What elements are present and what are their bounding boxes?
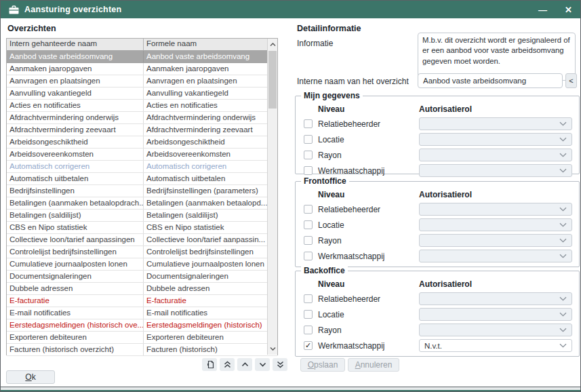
minimize-button[interactable]: — [538,5,547,14]
table-row[interactable]: Aanvragen en plaatsingenAanvragen en pla… [7,75,277,87]
dropdown-werkmaatschappij[interactable] [419,250,572,262]
cell-formele-naam: Collectieve loon/tarief aanpassin... [144,234,277,246]
group-title: Mijn gegevens [301,91,363,100]
table-row[interactable]: Eerstedagsmeldingen (historisch ove...Ee… [7,319,277,332]
dropdown-rayon[interactable] [419,324,572,336]
checkbox-relatiebeheerder[interactable] [304,119,313,128]
dropdown-werkmaatschappij[interactable]: N.v.t. [419,339,572,352]
dialog-window: Aansturing overzichten — ✕ Overzichten I… [0,0,581,392]
table-row[interactable]: E-mail notificatiesE-mail notificaties [7,307,277,319]
autorisatierol-header: Autorisatierol [419,190,572,199]
cell-intern-naam: Cumulatieve journaalposten lonen [7,258,144,270]
table-row[interactable]: Automatisch corrigerenAutomatisch corrig… [7,161,277,173]
checkbox-relatiebeheerder[interactable] [304,205,313,214]
table-row[interactable]: DocumentsignaleringenDocumentsignalering… [7,271,277,283]
checkbox-label: Relatiebeheerder [318,119,380,129]
dropdown-werkmaatschappij[interactable] [419,164,572,177]
table-row[interactable]: ArbeidsongeschiktheidArbeidsongeschikthe… [7,136,277,149]
dropdown-locatie[interactable] [419,308,572,321]
scroll-up-icon[interactable] [268,39,277,50]
cell-intern-naam: Afdrachtvermindering onderwijs [7,112,144,123]
cell-formele-naam: Controlelijst bedrijfsinstellingen [144,246,277,258]
table-row[interactable]: Facturen (historisch overzicht)Facturen … [7,344,277,356]
opslaan-button[interactable]: Opslaan [300,358,345,372]
table-row[interactable]: CBS en Nipo statistiekCBS en Nipo statis… [7,222,277,234]
chevron-double-down-icon [277,361,284,368]
cell-intern-naam: Exporteren debiteuren [7,332,144,343]
table-row[interactable]: Cumulatieve journaalposten lonenCumulati… [7,258,277,271]
checkbox-rayon[interactable] [304,236,313,245]
table-row[interactable]: Aanvulling vakantiegeldAanvulling vakant… [7,87,277,100]
cell-formele-naam: Arbeidsovereenkomsten [144,149,277,160]
checkbox-werkmaatschappij[interactable]: ✓ [304,341,313,350]
dropdown-relatiebeheerder[interactable] [419,203,572,216]
chevron-double-up-icon [224,361,231,368]
checkbox-rayon[interactable] [304,151,313,159]
table-row[interactable]: Afdrachtvermindering onderwijsAfdrachtve… [7,112,277,124]
lookup-button[interactable]: < [565,73,577,88]
table-row[interactable]: BedrijfsinstellingenBedrijfsinstellingen… [7,185,277,197]
dropdown-value: N.v.t. [424,342,559,350]
vertical-scrollbar[interactable] [267,39,277,355]
cell-intern-naam: Automatisch corrigeren [7,161,144,172]
scroll-down-icon[interactable] [268,343,277,354]
dropdown-locatie[interactable] [419,218,572,231]
table-row[interactable]: Aanbod vaste arbeidsomvangAanbod vaste a… [7,51,277,63]
chevron-down-icon [559,168,567,173]
column-header-formeel[interactable]: Formele naam [144,39,277,50]
checkbox-rayon[interactable] [304,326,313,334]
chevron-down-icon [559,312,567,317]
table-row[interactable]: E-facturatieE-facturatie [7,295,277,307]
cell-intern-naam: Automatisch uitbetalen [7,173,144,184]
previous-button[interactable] [237,358,252,371]
checkbox-werkmaatschappij[interactable] [304,252,313,260]
dropdown-rayon[interactable] [419,149,572,161]
ok-button[interactable]: Ok [6,370,55,384]
table-header: Intern gehanteerde naam Formele naam [7,39,277,51]
first-button[interactable] [220,358,235,371]
group-row: Relatiebeheerder [304,201,572,217]
cell-formele-naam: E-mail notificaties [144,307,277,319]
cell-intern-naam: Bedrijfsinstellingen [7,185,144,197]
dropdown-locatie[interactable] [419,133,572,146]
cell-intern-naam: Dubbele adressen [7,283,144,294]
chevron-down-icon [559,296,567,301]
checkbox-locatie[interactable] [304,135,313,144]
next-button[interactable] [255,358,270,371]
table-row[interactable]: Collectieve loon/tarief aanpassingenColl… [7,234,277,246]
niveau-header: Niveau [304,104,419,114]
group-mijn-gegevens: Mijn gegevensNiveauAutorisatierolRelatie… [295,96,580,174]
interne-naam-input[interactable] [418,73,563,88]
table-row[interactable]: Betalingen (aanmaken betaalopdrach...Bet… [7,197,277,210]
table-row[interactable]: Dubbele adressenDubbele adressen [7,283,277,295]
table-row[interactable]: Afdrachtvermindering zeevaartAfdrachtver… [7,124,277,136]
cell-formele-naam: Eerstedagsmeldingen (historisch) [144,319,277,331]
checkbox-relatiebeheerder[interactable] [304,294,313,303]
table-row[interactable]: Acties en notificatiesActies en notifica… [7,100,277,112]
table-row[interactable]: Exporteren debiteurenExporteren debiteur… [7,332,277,344]
close-button[interactable]: ✕ [565,5,572,14]
table-row[interactable]: Controlelijst bedrijfsinstellingenContro… [7,246,277,258]
goto-record-button[interactable] [202,358,217,371]
table-row[interactable]: ArbeidsovereenkomstenArbeidsovereenkomst… [7,149,277,161]
scrollbar-thumb[interactable] [268,51,277,109]
group-title: Frontoffice [301,176,349,186]
group-row: Rayon [304,147,572,163]
table-row[interactable]: Aanmaken jaaropgavenAanmaken jaaropgaven [7,63,277,75]
annuleren-button[interactable]: Annuleren [348,358,399,372]
last-button[interactable] [273,358,287,371]
group-row: Relatiebeheerder [304,291,572,307]
checkbox-locatie[interactable] [304,310,313,319]
interne-naam-label: Interne naam van het overzicht [297,77,409,86]
dropdown-relatiebeheerder[interactable] [419,117,572,130]
dropdown-relatiebeheerder[interactable] [419,292,572,305]
cell-formele-naam: Afdrachtvermindering onderwijs [144,112,277,123]
dropdown-rayon[interactable] [419,234,572,247]
checkbox-werkmaatschappij[interactable] [304,166,313,175]
chevron-down-icon [559,238,567,243]
checkbox-locatie[interactable] [304,220,313,229]
table-row[interactable]: Betalingen (saldilijst)Betalingen (saldi… [7,210,277,222]
table-row[interactable]: Automatisch uitbetalenAutomatisch uitbet… [7,173,277,185]
chevron-down-icon [559,153,567,157]
column-header-intern[interactable]: Intern gehanteerde naam [7,39,144,50]
